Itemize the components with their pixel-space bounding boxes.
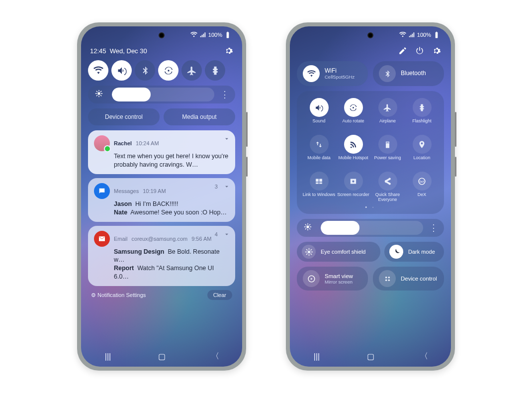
quick-grid-panel: SoundAuto rotateAirplaneFlashlightMobile… (297, 91, 444, 214)
qs-airplane[interactable] (181, 60, 202, 81)
qs-flashlight[interactable] (205, 60, 225, 81)
home-button[interactable]: ▢ (152, 352, 172, 361)
power-icon (415, 46, 424, 55)
home-button[interactable]: ▢ (360, 352, 380, 361)
quickshare-icon (383, 177, 392, 186)
grid-label: Screen recorder (337, 193, 369, 202)
brightness-more[interactable]: ⋮ (427, 222, 440, 233)
back-button[interactable]: 〈 (205, 351, 225, 362)
edit-button[interactable] (398, 46, 407, 55)
grid-icon (383, 275, 392, 283)
tile-label: WiFi (325, 68, 355, 74)
media-output-button[interactable]: Media output (164, 108, 235, 125)
qs-bluetooth[interactable] (135, 60, 155, 81)
grid-label: Location (413, 156, 430, 166)
qs-wifi[interactable] (88, 60, 108, 81)
brightness-slider[interactable]: ⋮ (297, 219, 444, 237)
back-button[interactable]: 〈 (414, 351, 434, 362)
chevron-down-icon[interactable] (223, 231, 230, 238)
grid-screenrec[interactable]: Screen recorder (336, 172, 370, 202)
dark-mode-tile[interactable]: Dark mode (384, 242, 444, 262)
tile-sublabel: CellSpot5GHz (325, 74, 355, 80)
notification-rachel[interactable]: Rachel 10:24 AM Text me when you get her… (88, 130, 235, 174)
grid-location[interactable]: Location (405, 135, 439, 166)
clear-button[interactable]: Clear (207, 290, 232, 300)
brightness-icon (95, 90, 103, 98)
front-camera (159, 32, 165, 38)
grid-label: Mobile data (307, 156, 331, 166)
tile-bluetooth[interactable]: Bluetooth (373, 61, 444, 86)
tile-label: Smart view (325, 273, 353, 279)
qs-sound[interactable] (111, 60, 132, 81)
device-control-button[interactable]: Device control (88, 108, 160, 125)
grid-linkwindows[interactable]: Link to Windows (302, 172, 336, 202)
tile-label: Dark mode (408, 249, 435, 255)
autorotate-icon (164, 66, 174, 76)
grid-label: Power saving (374, 156, 401, 166)
notification-settings-link[interactable]: ⚙ Notification Settings (91, 292, 146, 298)
mail-sender: Samsung Design (114, 248, 164, 255)
grid-hotspot[interactable]: Mobile Hotspot (336, 135, 370, 166)
clock-date: Wed, Dec 30 (110, 47, 147, 55)
shade-header: 12:45 Wed, Dec 30 (90, 46, 233, 55)
cast-icon (307, 275, 316, 283)
msg-sender: Nate (114, 209, 127, 216)
grid-airplane[interactable]: Airplane (370, 98, 405, 129)
msg-text: Awesome! See you soon :O Hop… (130, 209, 227, 216)
messages-icon (94, 183, 110, 199)
grid-label: Sound (312, 119, 325, 129)
grid-label: Auto rotate (342, 119, 364, 129)
screenrec-icon (349, 177, 357, 186)
grid-label: Flashlight (412, 119, 432, 129)
messages-badge-icon (104, 145, 111, 152)
smart-view-tile[interactable]: Smart viewMirror screen (297, 267, 368, 291)
avatar (94, 135, 110, 151)
brightness-slider[interactable]: ⋮ (88, 86, 235, 103)
settings-button[interactable] (432, 46, 441, 55)
chevron-down-icon[interactable] (223, 135, 230, 142)
device-control-tile[interactable]: Device control (373, 267, 444, 291)
autorotate-icon (349, 103, 357, 112)
pencil-icon (398, 46, 407, 55)
grid-dex[interactable]: DeX (405, 172, 439, 202)
brightness-more[interactable]: ⋮ (218, 89, 231, 100)
page-indicator[interactable]: • · (302, 204, 439, 210)
notification-time: 10:19 AM (143, 188, 166, 194)
recents-button[interactable]: ||| (98, 352, 118, 361)
powersaving-icon (383, 140, 392, 149)
hotspot-icon (349, 140, 357, 149)
wifi-icon (93, 66, 103, 76)
grid-flashlight[interactable]: Flashlight (405, 98, 439, 129)
airplane-icon (187, 66, 197, 76)
qs-autorotate[interactable] (158, 60, 178, 81)
grid-quickshare[interactable]: Quick Share Everyone (370, 172, 405, 202)
notification-email[interactable]: Email coreux@samsung.com 9:56 AM 4 Samsu… (88, 226, 235, 287)
grid-sound[interactable]: Sound (302, 98, 336, 129)
power-button[interactable] (415, 46, 424, 55)
notification-app: Rachel (114, 140, 132, 146)
tile-sublabel: Mirror screen (325, 279, 353, 285)
quick-toggle-row (88, 60, 235, 81)
gear-icon (432, 46, 441, 55)
airplane-icon (383, 103, 392, 112)
sound-icon (117, 66, 127, 76)
grid-label: Airplane (379, 119, 396, 129)
notification-app: Messages (114, 188, 139, 194)
grid-autorotate[interactable]: Auto rotate (336, 98, 370, 129)
msg-sender: Jason (114, 200, 132, 207)
settings-button[interactable] (224, 46, 233, 55)
wifi-icon (307, 70, 316, 78)
dex-icon (418, 177, 426, 186)
tile-wifi[interactable]: WiFiCellSpot5GHz (297, 61, 368, 86)
notification-messages[interactable]: Messages 10:19 AM 3 Jason Hi I'm BACK!!!… (88, 178, 235, 222)
eye-comfort-tile[interactable]: Eye comfort shield (297, 242, 380, 262)
notification-body: Text me when you get here! I know you're… (114, 152, 229, 169)
recents-button[interactable]: ||| (307, 352, 327, 361)
grid-mobiledata[interactable]: Mobile data (302, 135, 336, 166)
email-icon (94, 231, 110, 247)
grid-powersaving[interactable]: Power saving (370, 135, 405, 166)
msg-text: Hi I'm BACK!!!!! (135, 200, 178, 207)
notification-time: 10:24 AM (136, 140, 159, 146)
grid-label: Mobile Hotspot (338, 156, 368, 166)
chevron-down-icon[interactable] (223, 183, 230, 190)
